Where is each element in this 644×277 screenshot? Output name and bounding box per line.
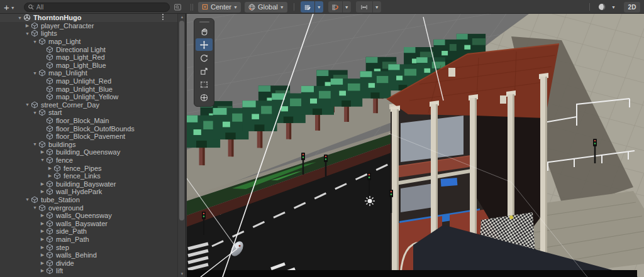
hierarchy-item[interactable]: ▶fence_Pipes bbox=[0, 164, 178, 172]
foldout-icon[interactable]: ▶ bbox=[39, 189, 46, 194]
hierarchy-item[interactable]: ▶walls_Behind bbox=[0, 251, 178, 259]
rotate-tool[interactable] bbox=[196, 52, 213, 64]
hierarchy-item[interactable]: ▼start bbox=[0, 109, 178, 117]
hierarchy-item[interactable]: map_Unlight_Red bbox=[0, 77, 178, 85]
hierarchy-item[interactable]: ▼lights bbox=[0, 30, 178, 38]
grid-visibility-toggle[interactable] bbox=[301, 1, 314, 13]
snap-settings-toggle[interactable] bbox=[356, 1, 372, 13]
move-snap-group: ▼ bbox=[356, 1, 381, 13]
scene-icon bbox=[23, 14, 31, 21]
foldout-icon[interactable]: ▶ bbox=[39, 221, 46, 226]
hierarchy-item[interactable]: ▼buildings bbox=[0, 141, 178, 149]
transform-tool[interactable] bbox=[196, 91, 213, 104]
hierarchy-item-label: player_Character bbox=[41, 22, 94, 30]
scroll-up-icon[interactable]: ▲ bbox=[178, 15, 186, 19]
hierarchy-item[interactable]: ▶walls_Bayswater bbox=[0, 219, 178, 227]
hierarchy-item[interactable]: ▼overground bbox=[0, 204, 178, 212]
foldout-icon[interactable]: ▼ bbox=[24, 102, 31, 107]
grid-snapping-toggle[interactable] bbox=[328, 1, 342, 13]
scale-tool[interactable] bbox=[196, 65, 213, 77]
overlay-drag-handle[interactable] bbox=[194, 19, 214, 24]
foldout-icon[interactable]: ▶ bbox=[47, 166, 53, 171]
hierarchy-item[interactable]: ▶wall_HydePark bbox=[0, 188, 178, 196]
scrollbar-thumb[interactable] bbox=[179, 21, 184, 220]
hierarchy-item[interactable]: ▼map_Unlight bbox=[0, 69, 178, 77]
cube-icon bbox=[38, 69, 47, 77]
shading-mode-button[interactable] bbox=[595, 1, 609, 13]
open-search-window-button[interactable] bbox=[174, 3, 182, 11]
hierarchy-item[interactable]: ▶building_Bayswater bbox=[0, 180, 178, 188]
foldout-icon[interactable]: ▶ bbox=[39, 253, 46, 258]
hierarchy-scrollbar[interactable]: ▲ ▼ bbox=[177, 14, 186, 277]
hierarchy-item[interactable]: map_Light_Blue bbox=[0, 62, 178, 70]
hierarchy-item[interactable]: ▶lift bbox=[0, 267, 178, 275]
snap-settings-dropdown[interactable]: ▼ bbox=[373, 1, 381, 13]
cube-icon bbox=[31, 196, 39, 204]
foldout-icon[interactable]: ▼ bbox=[24, 197, 31, 202]
foldout-icon[interactable]: ▶ bbox=[39, 245, 46, 250]
tool-handle-rotation-dropdown[interactable]: Global ▼ bbox=[245, 2, 287, 13]
foldout-icon[interactable]: ▶ bbox=[39, 149, 46, 155]
hierarchy-scene-row[interactable]: ▼ThorntonHugo bbox=[0, 14, 186, 22]
foldout-icon[interactable]: ▼ bbox=[31, 71, 38, 75]
scene-viewport[interactable] bbox=[187, 14, 644, 277]
hierarchy-item[interactable]: ▶main_Path bbox=[0, 236, 178, 244]
move-tool[interactable] bbox=[196, 38, 213, 51]
view-hand-tool[interactable] bbox=[196, 25, 213, 38]
foldout-icon[interactable]: ▼ bbox=[24, 31, 31, 36]
hierarchy-item-label: divide bbox=[56, 259, 74, 267]
foldout-icon[interactable]: ▶ bbox=[39, 182, 46, 187]
hierarchy-item[interactable]: map_Light_Red bbox=[0, 53, 178, 62]
grid-visibility-dropdown[interactable]: ▼ bbox=[315, 1, 323, 13]
hierarchy-search-input[interactable]: All bbox=[24, 3, 170, 12]
toolbar-drag-handle[interactable] bbox=[191, 4, 193, 11]
hierarchy-item[interactable]: ▼fence bbox=[0, 156, 178, 165]
hierarchy-item-label: step bbox=[56, 244, 69, 251]
hierarchy-item[interactable]: floor_Block_OutofBounds bbox=[0, 124, 178, 133]
2d-view-toggle[interactable]: 2D bbox=[624, 2, 640, 13]
hierarchy-item[interactable]: ▶step bbox=[0, 243, 178, 251]
tool-handle-position-dropdown[interactable]: Center ▼ bbox=[198, 2, 241, 13]
foldout-icon[interactable]: ▶ bbox=[39, 261, 46, 266]
foldout-icon[interactable]: ▶ bbox=[39, 229, 46, 234]
foldout-icon[interactable]: ▶ bbox=[39, 213, 46, 218]
hierarchy-item[interactable]: ▶side_Path bbox=[0, 227, 178, 236]
shading-mode-dropdown[interactable]: ▼ bbox=[609, 1, 618, 13]
foldout-icon[interactable]: ▶ bbox=[39, 237, 46, 242]
hierarchy-item[interactable]: ▼street_Corner_Day bbox=[0, 101, 178, 109]
foldout-icon[interactable]: ▼ bbox=[31, 40, 38, 44]
chevron-down-icon: ▼ bbox=[280, 5, 284, 9]
hierarchy-item[interactable]: ▶player_Character bbox=[0, 22, 178, 30]
hierarchy-item[interactable]: floor_Block_Pavement bbox=[0, 133, 178, 141]
rect-tool[interactable] bbox=[196, 78, 213, 90]
hierarchy-item-label: fence bbox=[56, 156, 73, 164]
foldout-icon[interactable]: ▼ bbox=[31, 205, 38, 210]
hierarchy-item[interactable]: ▶building_Queensway bbox=[0, 148, 178, 156]
scene-view-toolbar: Center ▼ Global ▼ ▼ bbox=[187, 0, 644, 14]
pivot-center-icon bbox=[201, 3, 209, 11]
foldout-icon[interactable]: ▼ bbox=[31, 111, 38, 115]
hierarchy-item[interactable]: ▶divide bbox=[0, 259, 178, 267]
foldout-icon[interactable]: ▶ bbox=[39, 268, 46, 273]
create-object-button[interactable]: + ▼ bbox=[4, 2, 15, 13]
hierarchy-item[interactable]: floor_Block_Main bbox=[0, 117, 178, 125]
foldout-icon[interactable]: ▶ bbox=[24, 23, 31, 28]
hierarchy-item[interactable]: Directional Light bbox=[0, 45, 178, 53]
hierarchy-item[interactable]: map_Unlight_Blue bbox=[0, 85, 178, 93]
foldout-icon[interactable]: ▼ bbox=[16, 16, 23, 20]
plus-icon: + bbox=[4, 2, 9, 13]
foldout-icon[interactable]: ▼ bbox=[31, 142, 38, 146]
hierarchy-item-label: street_Corner_Day bbox=[41, 101, 99, 109]
kebab-menu-icon[interactable] bbox=[162, 14, 164, 22]
scroll-down-icon[interactable]: ▼ bbox=[178, 272, 186, 276]
rotate-icon bbox=[199, 53, 209, 63]
foldout-icon[interactable]: ▼ bbox=[39, 158, 46, 162]
foldout-icon[interactable]: ▶ bbox=[47, 173, 53, 178]
hierarchy-item[interactable]: ▼map_Light bbox=[0, 38, 178, 46]
hierarchy-item[interactable]: ▶walls_Queensway bbox=[0, 212, 178, 220]
hierarchy-item[interactable]: ▼tube_Station bbox=[0, 196, 178, 204]
hierarchy-item[interactable]: map_Unlight_Yellow bbox=[0, 93, 178, 101]
hierarchy-item[interactable]: ▶fence_Links bbox=[0, 172, 178, 180]
grid-snapping-dropdown[interactable]: ▼ bbox=[343, 1, 351, 13]
cube-icon bbox=[46, 53, 54, 61]
